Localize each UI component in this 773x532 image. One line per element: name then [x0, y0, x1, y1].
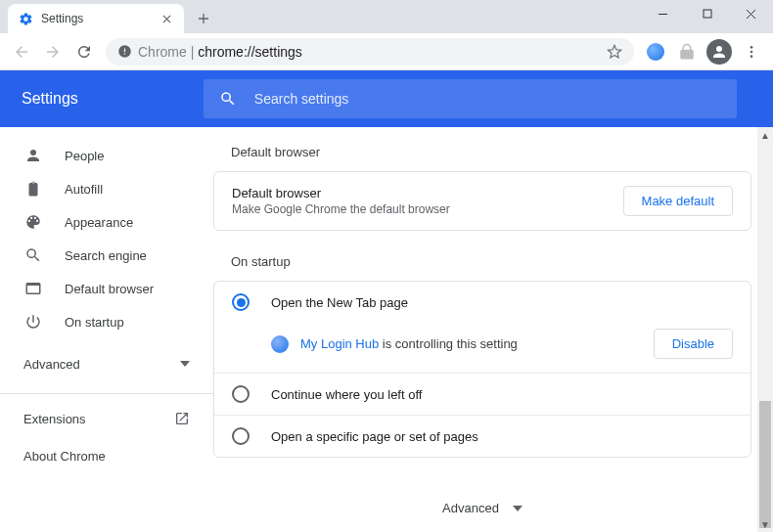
sidebar-item-autofill[interactable]: Autofill: [0, 172, 213, 205]
sidebar-item-label: Search engine: [65, 248, 147, 263]
minimize-button[interactable]: [641, 0, 685, 27]
disable-button[interactable]: Disable: [654, 329, 733, 359]
sidebar-item-label: Default browser: [65, 282, 154, 296]
sidebar-about-chrome[interactable]: About Chrome: [0, 437, 213, 474]
section-title-default-browser: Default browser: [213, 145, 751, 159]
section-title-on-startup: On startup: [213, 254, 751, 269]
make-default-button[interactable]: Make default: [623, 186, 733, 216]
page-content: Settings People Autofill Appearance Sear…: [0, 70, 773, 532]
radio-label: Open a specific page or set of pages: [271, 429, 478, 444]
on-startup-card: Open the New Tab page My Login Hub is co…: [213, 281, 751, 458]
forward-button[interactable]: [37, 36, 68, 67]
gear-icon: [18, 11, 33, 26]
url-text: Chrome | chrome://settings: [138, 44, 302, 60]
scroll-thumb[interactable]: [759, 401, 771, 528]
settings-search[interactable]: [204, 79, 737, 118]
sidebar-separator: [0, 393, 213, 394]
scroll-down-arrow[interactable]: ▼: [757, 516, 773, 532]
profile-avatar[interactable]: [706, 39, 732, 65]
new-tab-button[interactable]: [190, 5, 217, 32]
close-icon[interactable]: [159, 11, 174, 26]
startup-option-continue[interactable]: Continue where you left off: [214, 374, 750, 415]
radio-selected-icon[interactable]: [232, 293, 250, 311]
menu-button[interactable]: [736, 36, 767, 67]
palette-icon: [23, 212, 43, 232]
sidebar-item-label: On startup: [65, 315, 124, 330]
tab-title: Settings: [41, 12, 159, 25]
scroll-up-arrow[interactable]: ▲: [757, 127, 773, 143]
browser-icon: [23, 279, 43, 298]
extensions-label: Extensions: [23, 412, 86, 426]
address-bar[interactable]: Chrome | chrome://settings: [106, 38, 634, 66]
sidebar-item-people[interactable]: People: [0, 139, 213, 172]
search-icon: [23, 245, 43, 265]
extension-badge-icon: [271, 335, 289, 353]
extension-icon-2[interactable]: [673, 38, 701, 66]
extension-name-link[interactable]: My Login Hub: [300, 336, 379, 351]
close-window-button[interactable]: [729, 0, 773, 27]
vertical-scrollbar[interactable]: ▲ ▼: [757, 127, 773, 532]
search-input[interactable]: [254, 91, 721, 107]
advanced-label: Advanced: [23, 357, 80, 372]
window-titlebar: Settings: [0, 0, 773, 33]
person-icon: [23, 146, 43, 165]
sidebar-item-label: People: [65, 149, 104, 163]
row-title: Default browser: [232, 186, 450, 200]
controlling-extension-notice: My Login Hub is controlling this setting…: [214, 323, 750, 373]
site-info-icon[interactable]: [117, 44, 132, 59]
svg-point-1: [750, 46, 753, 49]
maximize-button[interactable]: [685, 0, 729, 27]
back-button[interactable]: [6, 36, 37, 67]
sidebar-item-on-startup[interactable]: On startup: [0, 305, 213, 338]
advanced-footer-label: Advanced: [442, 501, 499, 515]
svg-rect-0: [704, 10, 711, 18]
clipboard-icon: [23, 179, 43, 199]
startup-option-specific-pages[interactable]: Open a specific page or set of pages: [214, 416, 750, 457]
search-icon: [219, 90, 237, 108]
settings-header: Settings: [0, 70, 773, 127]
sidebar-item-default-browser[interactable]: Default browser: [0, 272, 213, 305]
default-browser-row: Default browser Make Google Chrome the d…: [214, 172, 750, 230]
sidebar-advanced[interactable]: Advanced: [0, 344, 213, 383]
extension-icon-1[interactable]: [642, 38, 669, 66]
controlling-text: is controlling this setting: [379, 336, 518, 351]
sidebar-item-label: Appearance: [65, 215, 133, 230]
browser-tab[interactable]: Settings: [8, 4, 184, 33]
sidebar-item-label: Autofill: [65, 182, 103, 197]
svg-point-3: [750, 55, 753, 58]
startup-option-new-tab[interactable]: Open the New Tab page: [214, 282, 750, 323]
radio-icon[interactable]: [232, 427, 250, 445]
main-area: People Autofill Appearance Search engine…: [0, 127, 773, 532]
sidebar-item-search-engine[interactable]: Search engine: [0, 239, 213, 272]
chevron-down-icon: [513, 506, 523, 511]
default-browser-card: Default browser Make Google Chrome the d…: [213, 171, 751, 231]
radio-label: Continue where you left off: [271, 387, 422, 402]
window-controls: [641, 0, 773, 27]
radio-icon[interactable]: [232, 385, 250, 403]
open-external-icon: [174, 411, 190, 426]
svg-point-2: [750, 50, 753, 53]
settings-page: Default browser Default browser Make Goo…: [213, 127, 773, 532]
row-subtitle: Make Google Chrome the default browser: [232, 202, 450, 216]
bookmark-star-icon[interactable]: [607, 44, 622, 60]
sidebar-extensions[interactable]: Extensions: [0, 400, 213, 437]
reload-button[interactable]: [68, 36, 100, 67]
page-title: Settings: [22, 90, 78, 108]
browser-toolbar: Chrome | chrome://settings: [0, 33, 773, 70]
power-icon: [23, 312, 43, 332]
sidebar: People Autofill Appearance Search engine…: [0, 127, 213, 532]
advanced-footer[interactable]: Advanced: [213, 481, 751, 532]
chevron-down-icon: [180, 361, 190, 367]
about-label: About Chrome: [23, 449, 106, 464]
radio-label: Open the New Tab page: [271, 295, 408, 310]
sidebar-item-appearance[interactable]: Appearance: [0, 205, 213, 239]
